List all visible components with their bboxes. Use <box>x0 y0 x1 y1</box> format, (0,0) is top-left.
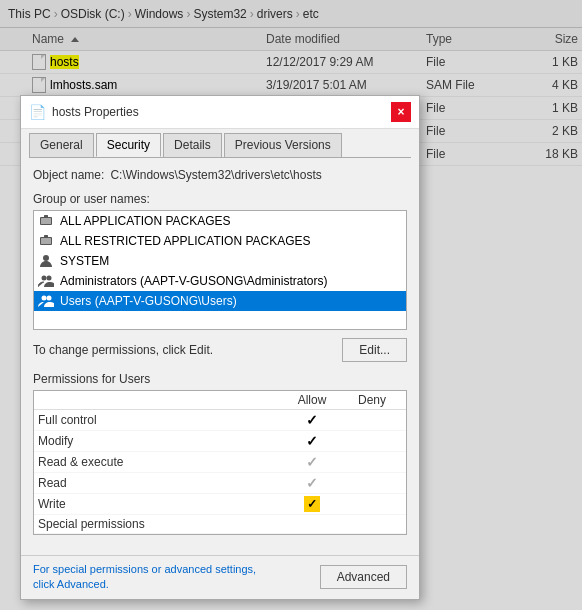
admin-icon <box>38 273 54 289</box>
perm-name: Modify <box>38 434 282 448</box>
app-pkg-icon <box>38 213 54 229</box>
dialog-title: 📄 hosts Properties <box>29 104 139 120</box>
permissions-table: Allow Deny Full control ✓ Modify ✓ Read … <box>33 390 407 535</box>
dialog-close-button[interactable]: × <box>391 102 411 122</box>
edit-button[interactable]: Edit... <box>342 338 407 362</box>
svg-point-8 <box>47 276 52 281</box>
user-row[interactable]: ALL RESTRICTED APPLICATION PACKAGES <box>34 231 406 251</box>
object-name-value: C:\Windows\System32\drivers\etc\hosts <box>110 168 321 182</box>
dialog-titlebar: 📄 hosts Properties × <box>21 96 419 129</box>
dialog-content: Object name: C:\Windows\System32\drivers… <box>21 158 419 555</box>
perm-name: Write <box>38 497 282 511</box>
user-name: ALL APPLICATION PACKAGES <box>60 214 231 228</box>
svg-point-10 <box>47 296 52 301</box>
user-row-selected[interactable]: Users (AAPT-V-GUSONG\Users) <box>34 291 406 311</box>
object-name-row: Object name: C:\Windows\System32\drivers… <box>33 168 407 182</box>
change-perms-text: To change permissions, click Edit. <box>33 343 213 357</box>
tab-details[interactable]: Details <box>163 133 222 157</box>
tab-security[interactable]: Security <box>96 133 161 157</box>
users-list[interactable]: ALL APPLICATION PACKAGES ALL RESTRICTED … <box>33 210 407 330</box>
users-icon <box>38 293 54 309</box>
dialog-title-text: hosts Properties <box>52 105 139 119</box>
perm-row: Special permissions <box>34 515 406 534</box>
user-row[interactable]: ALL APPLICATION PACKAGES <box>34 211 406 231</box>
user-name: SYSTEM <box>60 254 109 268</box>
perm-row: Write ✓ <box>34 494 406 515</box>
svg-point-6 <box>43 255 49 261</box>
svg-rect-4 <box>41 238 51 244</box>
dialog-file-icon: 📄 <box>29 104 46 120</box>
perm-row: Full control ✓ <box>34 410 406 431</box>
perm-allow: ✓ <box>282 496 342 512</box>
bottom-text: For special permissions or advanced sett… <box>33 562 320 593</box>
bottom-section: For special permissions or advanced sett… <box>21 555 419 599</box>
user-name: ALL RESTRICTED APPLICATION PACKAGES <box>60 234 311 248</box>
svg-rect-5 <box>44 235 48 238</box>
perm-name: Special permissions <box>38 517 282 531</box>
tab-general[interactable]: General <box>29 133 94 157</box>
perm-name: Read & execute <box>38 455 282 469</box>
system-icon <box>38 253 54 269</box>
perm-col-deny: Deny <box>342 393 402 407</box>
tab-bar: General Security Details Previous Versio… <box>21 129 419 157</box>
checkmark-gray-icon: ✓ <box>306 454 318 470</box>
object-name-label: Object name: <box>33 168 104 182</box>
tab-previous-versions[interactable]: Previous Versions <box>224 133 342 157</box>
perm-name: Read <box>38 476 282 490</box>
perm-allow: ✓ <box>282 412 342 428</box>
perm-col-allow: Allow <box>282 393 342 407</box>
perm-row: Modify ✓ <box>34 431 406 452</box>
perms-table-header: Allow Deny <box>34 391 406 410</box>
properties-dialog: 📄 hosts Properties × General Security De… <box>20 95 420 600</box>
group-section-label: Group or user names: <box>33 192 407 206</box>
svg-point-9 <box>42 296 47 301</box>
perm-row: Read ✓ <box>34 473 406 494</box>
advanced-link-text: Advanced <box>57 578 106 590</box>
user-row[interactable]: SYSTEM <box>34 251 406 271</box>
user-row[interactable]: Administrators (AAPT-V-GUSONG\Administra… <box>34 271 406 291</box>
perm-allow: ✓ <box>282 433 342 449</box>
perm-col-name <box>38 393 282 407</box>
user-name: Administrators (AAPT-V-GUSONG\Administra… <box>60 274 327 288</box>
checkmark-yellow-icon: ✓ <box>304 496 320 512</box>
user-name: Users (AAPT-V-GUSONG\Users) <box>60 294 237 308</box>
perms-section-label: Permissions for Users <box>33 372 407 386</box>
change-perms-row: To change permissions, click Edit. Edit.… <box>33 338 407 362</box>
checkmark-icon: ✓ <box>306 412 318 428</box>
perm-allow: ✓ <box>282 454 342 470</box>
perm-row: Read & execute ✓ <box>34 452 406 473</box>
checkmark-gray-icon: ✓ <box>306 475 318 491</box>
svg-point-7 <box>42 276 47 281</box>
advanced-button[interactable]: Advanced <box>320 565 407 589</box>
perm-allow: ✓ <box>282 475 342 491</box>
svg-rect-2 <box>44 215 48 218</box>
svg-rect-1 <box>41 218 51 224</box>
perm-name: Full control <box>38 413 282 427</box>
checkmark-icon: ✓ <box>306 433 318 449</box>
app-pkg-icon <box>38 233 54 249</box>
